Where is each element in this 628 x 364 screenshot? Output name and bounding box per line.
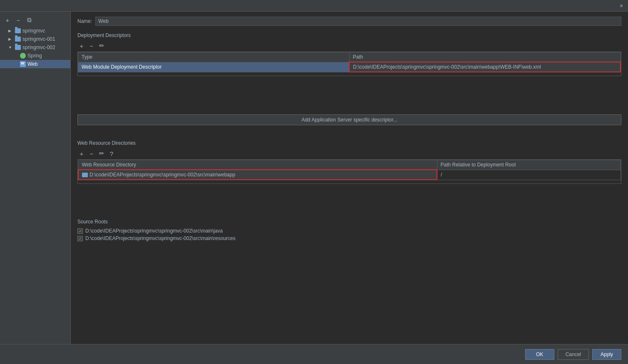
sidebar-item-label: Web <box>27 61 37 67</box>
source-root-path-0: D:\code\IDEAProjects\springmvc\springmvc… <box>85 228 223 234</box>
sidebar-item-label: springmvc <box>22 28 45 34</box>
dd-remove-button[interactable]: − <box>87 42 96 50</box>
sidebar-remove-button[interactable]: − <box>14 16 22 24</box>
arrow-icon: ▼ <box>8 45 13 50</box>
table-row[interactable]: Web Module Deployment Descriptor D:\code… <box>78 62 621 72</box>
wrd-path-relative-cell: / <box>437 170 621 180</box>
arrow-icon: ▶ <box>8 29 13 33</box>
section-spacer <box>77 132 621 140</box>
web-resource-directories-table: Web Resource Directory Path Relative to … <box>78 160 621 180</box>
wrd-add-button[interactable]: + <box>77 149 86 158</box>
wrd-directory-cell: D:\code\IDEAProjects\springmvc\springmvc… <box>78 170 437 180</box>
dd-edit-button[interactable]: ✏ <box>97 42 106 50</box>
deployment-descriptors-table: Type Path Web Module Deployment Descript… <box>78 52 621 72</box>
wrd-help-button[interactable]: ? <box>107 149 116 158</box>
dd-col-type: Type <box>78 52 350 62</box>
deployment-descriptors-table-container: Type Path Web Module Deployment Descript… <box>77 52 621 76</box>
web-resource-directories-section-header: Web Resource Directories <box>77 140 621 146</box>
source-root-checkbox-0[interactable] <box>77 228 83 234</box>
source-root-item-0: D:\code\IDEAProjects\springmvc\springmvc… <box>77 228 621 234</box>
bottom-bar: OK Cancel Apply <box>0 344 628 364</box>
deployment-descriptors-section-header: Deployment Descriptors <box>77 32 621 38</box>
add-descriptor-button[interactable]: Add Application Server specific descript… <box>77 114 621 125</box>
wrd-empty-space <box>77 186 621 219</box>
arrow-icon: ▶ <box>8 37 13 41</box>
name-label: Name: <box>77 18 92 24</box>
folder-icon <box>15 37 21 42</box>
wrd-edit-button[interactable]: ✏ <box>97 149 106 158</box>
sidebar-item-springmvc-001[interactable]: ▶ springmvc-001 <box>0 35 70 43</box>
deployment-descriptors-toolbar: + − ✏ <box>77 42 621 50</box>
sidebar-add-button[interactable]: + <box>3 16 12 24</box>
source-root-checkbox-1[interactable] <box>77 236 83 241</box>
source-root-path-1: D:\code\IDEAProjects\springmvc\springmvc… <box>85 235 236 241</box>
sidebar-item-springmvc[interactable]: ▶ springmvc <box>0 27 70 35</box>
close-button[interactable]: × <box>618 2 625 9</box>
sidebar-item-spring[interactable]: ▶ Spring <box>0 52 70 60</box>
dd-path-cell: D:\code\IDEAProjects\springmvc\springmvc… <box>349 62 621 72</box>
sidebar-item-springmvc-002[interactable]: ▼ springmvc-002 <box>0 43 70 52</box>
sidebar-toolbar: + − ⧉ <box>0 14 70 27</box>
apply-button[interactable]: Apply <box>592 349 621 360</box>
source-root-item-1: D:\code\IDEAProjects\springmvc\springmvc… <box>77 235 621 241</box>
wrd-col-directory: Web Resource Directory <box>78 160 437 170</box>
sidebar-item-label: springmvc-002 <box>22 45 55 50</box>
sidebar-item-label: springmvc-001 <box>22 36 55 42</box>
folder-icon <box>15 45 21 50</box>
table-row[interactable]: D:\code\IDEAProjects\springmvc\springmvc… <box>78 170 621 180</box>
source-roots-section-header: Source Roots <box>77 219 621 225</box>
sidebar: + − ⧉ ▶ springmvc ▶ springmvc-001 ▼ spri… <box>0 12 71 344</box>
spring-icon <box>20 53 26 59</box>
dd-add-button[interactable]: + <box>77 42 86 50</box>
title-bar: × <box>0 0 628 12</box>
name-input[interactable] <box>95 17 621 26</box>
dd-type-cell: Web Module Deployment Descriptor <box>78 62 350 72</box>
dd-empty-space <box>77 78 621 111</box>
ok-button[interactable]: OK <box>525 349 554 360</box>
folder-icon <box>82 173 88 177</box>
dd-col-path: Path <box>349 52 621 62</box>
web-resource-directories-table-container: Web Resource Directory Path Relative to … <box>77 159 621 184</box>
sidebar-copy-button[interactable]: ⧉ <box>25 16 33 24</box>
content-panel: Name: Deployment Descriptors + − ✏ Type … <box>71 12 628 344</box>
web-resource-directories-toolbar: + − ✏ ? <box>77 149 621 158</box>
wrd-directory-text: D:\code\IDEAProjects\springmvc\springmvc… <box>89 172 235 178</box>
wrd-col-path-relative: Path Relative to Deployment Root <box>437 160 621 170</box>
web-icon <box>20 61 26 67</box>
sidebar-item-web[interactable]: ▶ Web <box>0 60 70 68</box>
cancel-button[interactable]: Cancel <box>558 349 589 360</box>
wrd-remove-button[interactable]: − <box>87 149 96 158</box>
name-row: Name: <box>77 17 621 26</box>
sidebar-item-label: Spring <box>27 53 42 59</box>
folder-icon <box>15 28 21 33</box>
